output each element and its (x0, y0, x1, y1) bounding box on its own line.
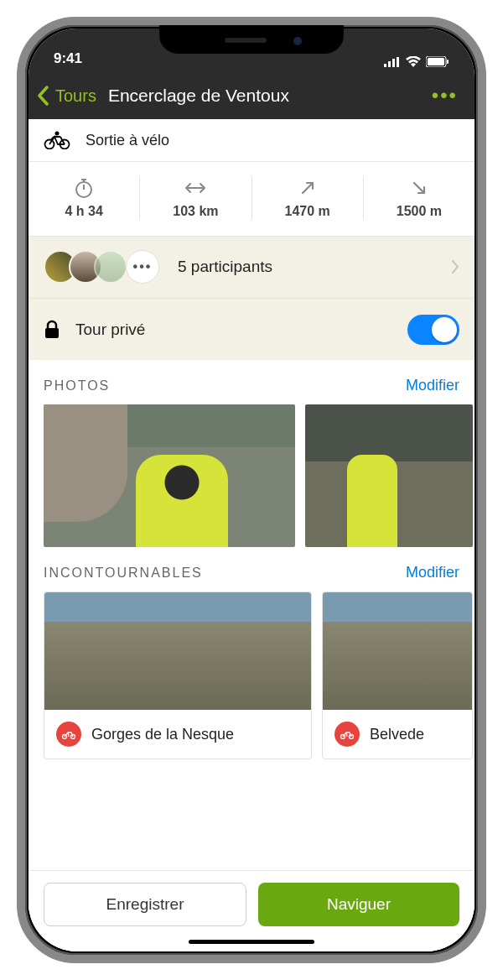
highlight-type-icon (334, 722, 360, 747)
stat-descent: 1500 m (364, 177, 474, 219)
page-title: Encerclage de Ventoux (108, 86, 418, 106)
photos-header: PHOTOS Modifier (29, 360, 474, 404)
navigate-button[interactable]: Naviguer (258, 883, 459, 926)
back-button[interactable]: Tours (55, 86, 96, 106)
save-button[interactable]: Enregistrer (44, 883, 246, 926)
highlights-header: INCONTOURNABLES Modifier (29, 547, 474, 592)
home-indicator[interactable] (29, 931, 474, 951)
svg-point-7 (45, 140, 54, 149)
svg-rect-1 (388, 61, 391, 67)
stopwatch-icon (75, 178, 93, 198)
more-button[interactable]: ••• (423, 84, 466, 107)
photos-title: PHOTOS (44, 378, 110, 394)
more-avatars-icon: ••• (126, 250, 159, 284)
svg-rect-0 (384, 64, 386, 67)
battery-icon (426, 56, 449, 67)
highlights-title: INCONTOURNABLES (44, 566, 203, 581)
stat-duration: 4 h 34 (29, 177, 140, 219)
stats-row: 4 h 34 103 km 1470 m 1500 m (29, 162, 474, 237)
chevron-right-icon (451, 259, 459, 274)
svg-point-9 (55, 132, 60, 136)
phone-frame: 9:41 Tours Encerclage de Ventoux ••• Sor… (17, 17, 486, 963)
stat-ascent: 1470 m (252, 177, 364, 219)
highlight-card[interactable]: Belvede (322, 592, 473, 759)
screen: 9:41 Tours Encerclage de Ventoux ••• Sor… (29, 29, 474, 951)
photo-thumbnail[interactable] (305, 404, 473, 547)
status-indicators (384, 56, 449, 67)
svg-rect-3 (397, 57, 399, 67)
distance-value: 103 km (145, 204, 246, 219)
photos-edit-button[interactable]: Modifier (406, 377, 459, 394)
highlights-strip[interactable]: Gorges de la Nesque Belvede (29, 592, 474, 759)
participants-label: 5 participants (178, 258, 444, 276)
content: Sortie à vélo 4 h 34 103 km 1470 m 150 (29, 119, 474, 951)
arrow-up-right-icon (299, 180, 316, 196)
avatar-stack (44, 250, 119, 284)
ascent-value: 1470 m (257, 204, 358, 219)
privacy-row: Tour privé (29, 297, 474, 360)
highlights-edit-button[interactable]: Modifier (406, 564, 459, 581)
avatar (94, 250, 127, 284)
bottom-bar: Enregistrer Naviguer (29, 870, 474, 931)
privacy-label: Tour privé (75, 321, 392, 339)
bike-icon (44, 131, 70, 149)
svg-rect-2 (392, 59, 395, 67)
activity-label: Sortie à vélo (86, 132, 169, 149)
stat-distance: 103 km (140, 177, 252, 219)
lock-icon (44, 320, 60, 340)
highlight-card[interactable]: Gorges de la Nesque (44, 592, 312, 759)
svg-rect-11 (45, 328, 59, 338)
status-time: 9:41 (54, 50, 82, 67)
descent-value: 1500 m (369, 204, 469, 219)
highlight-title: Gorges de la Nesque (91, 726, 234, 743)
svg-rect-5 (428, 58, 444, 65)
photo-thumbnail[interactable] (44, 404, 295, 547)
privacy-toggle[interactable] (407, 315, 459, 345)
activity-row[interactable]: Sortie à vélo (29, 119, 474, 162)
highlight-type-icon (56, 722, 81, 747)
highlight-image (44, 592, 311, 710)
back-icon[interactable] (37, 86, 50, 106)
photos-strip[interactable] (29, 404, 474, 547)
arrow-down-right-icon (411, 180, 428, 196)
duration-value: 4 h 34 (34, 204, 134, 219)
nav-bar: Tours Encerclage de Ventoux ••• (29, 72, 474, 119)
distance-icon (184, 181, 206, 195)
notch (159, 25, 344, 54)
svg-rect-6 (447, 60, 449, 64)
highlight-image (323, 592, 472, 710)
wifi-icon (406, 56, 421, 67)
highlight-title: Belvede (370, 726, 424, 743)
participants-row[interactable]: ••• 5 participants (29, 237, 474, 297)
cellular-icon (384, 57, 401, 67)
